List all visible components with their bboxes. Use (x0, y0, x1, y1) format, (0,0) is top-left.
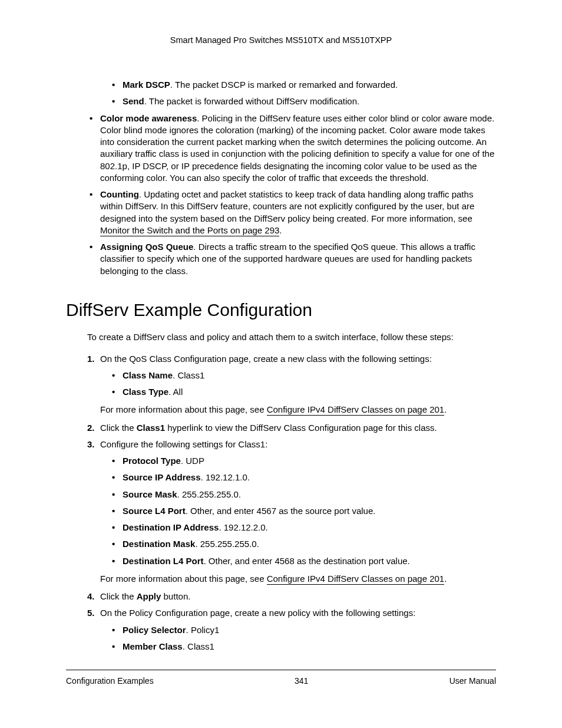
bullet-label: Policy Selector (123, 625, 186, 635)
bullet-text: . Class1 (173, 370, 204, 380)
step-text: On the QoS Class Configuration page, cre… (100, 354, 432, 364)
step-item: 5. On the Policy Configuration page, cre… (87, 607, 496, 619)
cross-reference-link[interactable]: Monitor the Switch and the Ports on page… (100, 225, 279, 236)
inline-bold: Apply (137, 591, 161, 601)
step-text: On the Policy Configuration page, create… (100, 608, 415, 618)
cross-reference-link[interactable]: Configure IPv4 DiffServ Classes on page … (267, 404, 445, 416)
list-item: Color mode awareness. Policing in the Di… (87, 113, 496, 185)
list-item: Class Name. Class1 (110, 370, 496, 381)
section-heading: DiffServ Example Configuration (66, 298, 496, 322)
note-text: . (444, 574, 447, 584)
inline-bold: Class1 (137, 423, 165, 433)
steps-list: 1. On the QoS Class Configuration page, … (87, 353, 496, 365)
bullet-text: . 192.12.1.0. (201, 472, 250, 482)
bullet-text: . 192.12.2.0. (219, 522, 267, 532)
step-bullet-list: Class Name. Class1 Class Type. All (110, 370, 496, 398)
footer-page-number: 341 (295, 676, 308, 686)
step-item: 3. Configure the following settings for … (87, 439, 496, 450)
step-number: 4. (87, 591, 95, 602)
step-number: 1. (87, 353, 95, 365)
note-text: For more information about this page, se… (100, 404, 267, 414)
step-text: Configure the following settings for Cla… (100, 439, 267, 449)
bullet-label: Destination L4 Port (123, 556, 204, 566)
list-item: Assigning QoS Queue. Directs a traffic s… (87, 241, 496, 277)
step-bullet-list: Policy Selector. Policy1 Member Class. C… (110, 624, 496, 653)
footer-left: Configuration Examples (66, 676, 154, 686)
footer-right: User Manual (449, 676, 496, 686)
step-number: 5. (87, 607, 95, 619)
bullet-label: Assigning QoS Queue (100, 242, 193, 252)
step-text: Click the (100, 591, 137, 601)
step-note: For more information about this page, se… (100, 573, 496, 585)
bullet-text: . Updating octet and packet statistics t… (100, 189, 474, 223)
list-item: Policy Selector. Policy1 (110, 624, 496, 636)
bullet-label: Destination IP Address (123, 522, 219, 532)
list-item: Class Type. All (110, 386, 496, 398)
bullet-text: . (279, 225, 282, 235)
bullet-label: Source Mask (123, 489, 177, 499)
list-item: Mark DSCP. The packet DSCP is marked or … (110, 79, 496, 91)
step-text: button. (161, 591, 190, 601)
steps-list: 2. Click the Class1 hyperlink to view th… (87, 422, 496, 451)
step-text: hyperlink to view the DiffServ Class Con… (165, 423, 437, 433)
step-number: 3. (87, 439, 95, 450)
note-text: . (444, 404, 447, 414)
bullet-label: Source IP Address (123, 472, 201, 482)
bullet-text: . Other, and enter 4568 as the destinati… (204, 556, 410, 566)
bullet-label: Class Name (123, 370, 173, 380)
bullet-text: . Policing in the DiffServ feature uses … (100, 113, 494, 183)
page-footer: Configuration Examples 341 User Manual (66, 670, 496, 686)
bullet-text: . Other, and enter 4567 as the source po… (186, 506, 376, 516)
bullet-label: Mark DSCP (123, 80, 170, 90)
bullet-text: . The packet DSCP is marked or remarked … (170, 80, 398, 90)
bullet-text: . Policy1 (186, 625, 220, 635)
list-item: Protocol Type. UDP (110, 455, 496, 467)
bullet-label: Destination Mask (123, 539, 195, 549)
bullet-label: Color mode awareness (100, 113, 197, 123)
bullet-text: . The packet is forwarded without DiffSe… (144, 96, 359, 106)
list-item: Source L4 Port. Other, and enter 4567 as… (110, 505, 496, 517)
bullet-text: . 255.255.255.0. (195, 539, 259, 549)
step-bullet-list: Protocol Type. UDP Source IP Address. 19… (110, 455, 496, 567)
list-item: Source Mask. 255.255.255.0. (110, 489, 496, 500)
bullet-label: Class Type (123, 387, 168, 397)
bullet-text: . Class1 (183, 641, 214, 651)
sub-bullet-list: Mark DSCP. The packet DSCP is marked or … (110, 79, 496, 108)
note-text: For more information about this page, se… (100, 574, 267, 584)
body-content: Mark DSCP. The packet DSCP is marked or … (66, 79, 496, 653)
bullet-text: . All (168, 387, 183, 397)
document-page: Smart Managed Pro Switches MS510TX and M… (0, 0, 562, 728)
bullet-label: Source L4 Port (123, 506, 186, 516)
cross-reference-link[interactable]: Configure IPv4 DiffServ Classes on page … (267, 574, 445, 585)
steps-list: 4. Click the Apply button. 5. On the Pol… (87, 591, 496, 620)
bullet-text: . UDP (181, 456, 204, 466)
step-item: 1. On the QoS Class Configuration page, … (87, 353, 496, 365)
bullet-label: Protocol Type (123, 456, 181, 466)
page-header: Smart Managed Pro Switches MS510TX and M… (66, 35, 496, 45)
step-note: For more information about this page, se… (100, 404, 496, 416)
bullet-label: Counting (100, 189, 139, 199)
bullet-text: . 255.255.255.0. (177, 489, 241, 499)
list-item: Send. The packet is forwarded without Di… (110, 95, 496, 107)
list-item: Destination L4 Port. Other, and enter 45… (110, 555, 496, 567)
step-text: Click the (100, 423, 137, 433)
intro-paragraph: To create a DiffServ class and policy an… (87, 331, 496, 343)
step-item: 4. Click the Apply button. (87, 591, 496, 602)
list-item: Member Class. Class1 (110, 641, 496, 653)
bullet-label: Member Class (123, 641, 183, 651)
step-number: 2. (87, 422, 95, 434)
main-bullet-list: Color mode awareness. Policing in the Di… (87, 113, 496, 277)
list-item: Destination Mask. 255.255.255.0. (110, 538, 496, 550)
bullet-label: Send (123, 96, 144, 106)
list-item: Source IP Address. 192.12.1.0. (110, 472, 496, 483)
list-item: Counting. Updating octet and packet stat… (87, 189, 496, 236)
step-item: 2. Click the Class1 hyperlink to view th… (87, 422, 496, 434)
list-item: Destination IP Address. 192.12.2.0. (110, 522, 496, 533)
